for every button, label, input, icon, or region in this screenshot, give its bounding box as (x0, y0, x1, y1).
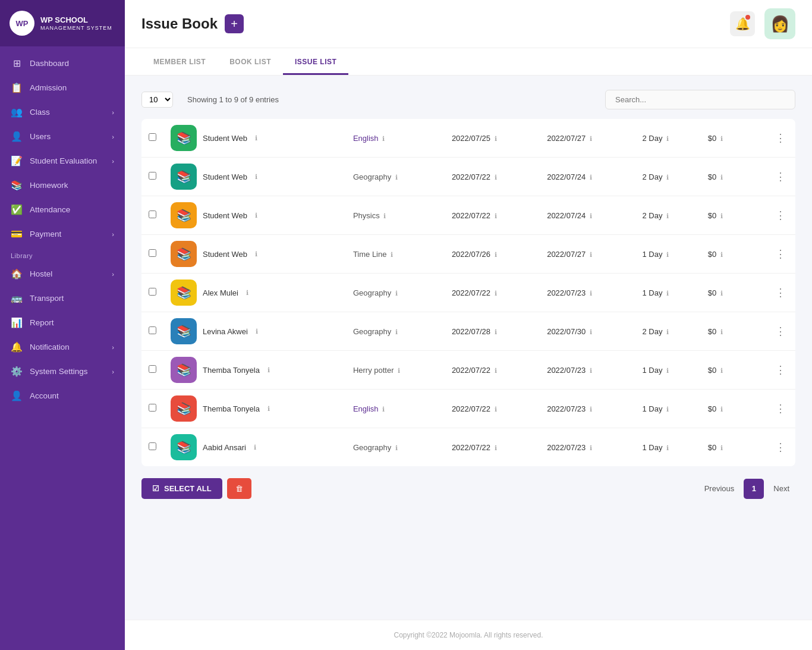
info-icon[interactable]: ℹ (255, 250, 257, 258)
add-issue-button[interactable]: + (225, 14, 244, 33)
row-checkbox[interactable] (149, 326, 156, 334)
sidebar-item-hostel[interactable]: 🏠 Hostel › (0, 262, 125, 286)
info-icon[interactable]: ℹ (256, 328, 258, 335)
book-info-icon[interactable]: ℹ (391, 251, 393, 258)
issue-date-info-icon[interactable]: ℹ (495, 406, 497, 413)
days-info-icon[interactable]: ℹ (666, 406, 669, 413)
row-actions-button[interactable]: ⋮ (773, 131, 788, 145)
book-info-icon[interactable]: ℹ (395, 290, 398, 297)
sidebar-item-notification[interactable]: 🔔 Notification › (0, 335, 125, 359)
row-actions-button[interactable]: ⋮ (773, 247, 788, 260)
info-icon[interactable]: ℹ (267, 366, 270, 374)
book-info-icon[interactable]: ℹ (398, 367, 400, 374)
info-icon[interactable]: ℹ (255, 173, 257, 181)
sidebar-item-payment[interactable]: 💳 Payment › (0, 222, 125, 246)
fine-info-icon[interactable]: ℹ (720, 212, 723, 219)
fine-info-icon[interactable]: ℹ (720, 251, 723, 258)
book-info-icon[interactable]: ℹ (395, 174, 398, 181)
info-icon[interactable]: ℹ (255, 134, 257, 142)
issue-date-info-icon[interactable]: ℹ (495, 212, 497, 219)
sidebar-item-student-evaluation[interactable]: 📝 Student Evaluation › (0, 149, 125, 173)
sidebar-item-admission[interactable]: 📋 Admission (0, 76, 125, 100)
fine-info-icon[interactable]: ℹ (720, 406, 723, 413)
row-actions-button[interactable]: ⋮ (773, 325, 788, 338)
days-info-icon[interactable]: ℹ (666, 328, 669, 335)
issue-date-info-icon[interactable]: ℹ (495, 444, 497, 451)
sidebar-item-class[interactable]: 👥 Class › (0, 100, 125, 124)
days-info-icon[interactable]: ℹ (666, 290, 669, 297)
previous-button[interactable]: Previous (698, 481, 741, 497)
issue-date-info-icon[interactable]: ℹ (495, 328, 497, 335)
row-checkbox[interactable] (149, 172, 156, 180)
return-date-info-icon[interactable]: ℹ (590, 290, 592, 297)
sidebar-item-transport[interactable]: 🚌 Transport (0, 286, 125, 310)
issue-date-info-icon[interactable]: ℹ (495, 367, 497, 374)
info-icon[interactable]: ℹ (267, 405, 270, 413)
fine-info-icon[interactable]: ℹ (720, 135, 723, 142)
return-date-info-icon[interactable]: ℹ (590, 328, 592, 335)
book-info-icon[interactable]: ℹ (383, 212, 386, 219)
search-input[interactable] (605, 90, 795, 109)
issue-date-info-icon[interactable]: ℹ (495, 174, 497, 181)
row-actions-button[interactable]: ⋮ (773, 209, 788, 222)
current-page[interactable]: 1 (744, 479, 764, 499)
return-date-info-icon[interactable]: ℹ (590, 251, 592, 258)
days-info-icon[interactable]: ℹ (666, 135, 669, 142)
issue-date-info-icon[interactable]: ℹ (495, 290, 497, 297)
book-info-icon[interactable]: ℹ (395, 328, 398, 335)
return-date-info-icon[interactable]: ℹ (590, 367, 592, 374)
issue-date-info-icon[interactable]: ℹ (495, 135, 497, 142)
sidebar-item-attendance[interactable]: ✅ Attendance (0, 197, 125, 222)
info-icon[interactable]: ℹ (246, 289, 248, 297)
return-date-info-icon[interactable]: ℹ (590, 174, 592, 181)
book-info-icon[interactable]: ℹ (382, 406, 385, 413)
days-info-icon[interactable]: ℹ (666, 174, 669, 181)
tab-book-list[interactable]: BOOK LIST (218, 48, 283, 75)
notification-button[interactable]: 🔔 (730, 11, 755, 36)
entries-select[interactable]: 10 25 50 (141, 92, 173, 108)
return-date-info-icon[interactable]: ℹ (590, 212, 592, 219)
row-checkbox[interactable] (149, 133, 156, 141)
info-icon[interactable]: ℹ (254, 444, 256, 451)
row-checkbox[interactable] (149, 404, 156, 412)
avatar[interactable]: 👩 (764, 8, 795, 39)
return-date-info-icon[interactable]: ℹ (590, 406, 592, 413)
row-checkbox[interactable] (149, 249, 156, 257)
sidebar-item-users[interactable]: 👤 Users › (0, 124, 125, 149)
row-actions-button[interactable]: ⋮ (773, 286, 788, 299)
sidebar-item-system-settings[interactable]: ⚙️ System Settings › (0, 359, 125, 384)
info-icon[interactable]: ℹ (255, 212, 257, 219)
sidebar-item-dashboard[interactable]: ⊞ Dashboard (0, 51, 125, 76)
row-checkbox[interactable] (149, 442, 156, 450)
issue-date-info-icon[interactable]: ℹ (495, 251, 497, 258)
book-info-icon[interactable]: ℹ (395, 444, 398, 451)
fine-info-icon[interactable]: ℹ (720, 367, 723, 374)
fine-info-icon[interactable]: ℹ (720, 328, 723, 335)
tab-issue-list[interactable]: ISSUE LIST (283, 48, 348, 75)
row-actions-button[interactable]: ⋮ (773, 363, 788, 376)
fine-info-icon[interactable]: ℹ (720, 444, 723, 451)
row-actions-button[interactable]: ⋮ (773, 441, 788, 454)
sidebar-item-account[interactable]: 👤 Account (0, 384, 125, 408)
sidebar-item-homework[interactable]: 📚 Homework (0, 173, 125, 197)
row-checkbox[interactable] (149, 288, 156, 296)
return-date-info-icon[interactable]: ℹ (590, 135, 592, 142)
days-info-icon[interactable]: ℹ (666, 251, 669, 258)
delete-button[interactable]: 🗑 (227, 478, 251, 499)
row-actions-button[interactable]: ⋮ (773, 402, 788, 415)
days-info-icon[interactable]: ℹ (666, 212, 669, 219)
days-info-icon[interactable]: ℹ (666, 367, 669, 374)
row-checkbox[interactable] (149, 211, 156, 218)
next-button[interactable]: Next (767, 481, 795, 497)
sidebar-item-report[interactable]: 📊 Report (0, 310, 125, 335)
row-checkbox[interactable] (149, 365, 156, 373)
days-info-icon[interactable]: ℹ (666, 444, 669, 451)
row-actions-button[interactable]: ⋮ (773, 170, 788, 183)
fine-info-icon[interactable]: ℹ (720, 174, 723, 181)
fine-info-icon[interactable]: ℹ (720, 290, 723, 297)
book-info-icon[interactable]: ℹ (382, 135, 385, 142)
book-name: Geography (353, 172, 391, 181)
select-all-button[interactable]: ☑ SELECT ALL (141, 478, 222, 499)
return-date-info-icon[interactable]: ℹ (590, 444, 592, 451)
tab-member-list[interactable]: MEMBER LIST (141, 48, 218, 75)
